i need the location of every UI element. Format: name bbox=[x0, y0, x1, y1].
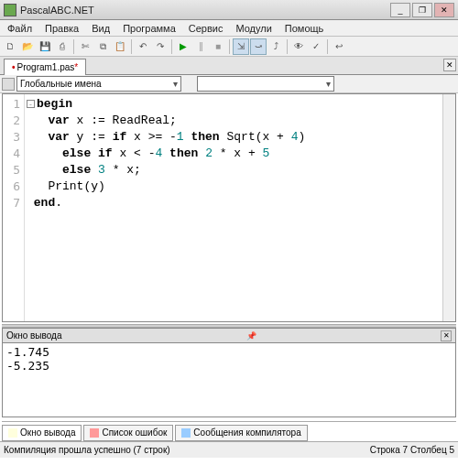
navigation-bar: Глобальные имена bbox=[0, 75, 458, 93]
errors-tab-icon bbox=[90, 428, 99, 438]
line-number: 5 bbox=[3, 162, 20, 178]
menu-service[interactable]: Сервис bbox=[183, 22, 229, 35]
modified-indicator-icon: * bbox=[74, 62, 78, 72]
paste-icon[interactable]: 📋 bbox=[112, 38, 128, 55]
tab-label: Program1.pas bbox=[17, 62, 75, 72]
output-line: -1.745 bbox=[6, 345, 49, 359]
output-tab-icon bbox=[8, 428, 17, 438]
tab-program1[interactable]: • Program1.pas * bbox=[4, 59, 86, 75]
toolbar-separator bbox=[327, 39, 328, 54]
scope-combo-label: Глобальные имена bbox=[20, 79, 102, 89]
tab-errors-label: Список ошибок bbox=[102, 427, 167, 438]
tab-errors[interactable]: Список ошибок bbox=[83, 425, 173, 441]
toolbar-separator bbox=[171, 39, 172, 54]
copy-icon[interactable]: ⧉ bbox=[94, 38, 111, 55]
line-number: 4 bbox=[3, 146, 20, 162]
app-icon bbox=[4, 4, 16, 16]
undo-icon[interactable]: ↶ bbox=[135, 38, 151, 55]
close-button[interactable]: ✕ bbox=[434, 3, 454, 17]
status-bar: Компиляция прошла успешно (7 строк) Стро… bbox=[0, 441, 458, 458]
code-editor[interactable]: -begin var x := ReadReal; var y := if x … bbox=[25, 94, 455, 321]
line-number: 1 bbox=[3, 96, 20, 113]
menu-modules[interactable]: Модули bbox=[230, 22, 277, 35]
step-out-icon[interactable]: ⤴ bbox=[267, 38, 284, 55]
tab-close-icon[interactable]: ✕ bbox=[443, 59, 456, 71]
menu-program[interactable]: Программа bbox=[117, 22, 181, 35]
step-into-icon[interactable]: ⇲ bbox=[233, 38, 249, 55]
menu-edit[interactable]: Правка bbox=[39, 22, 84, 35]
toolbar-separator bbox=[287, 39, 288, 54]
toolbar-separator bbox=[229, 39, 230, 54]
messages-tab-icon bbox=[181, 428, 191, 438]
modified-indicator-icon: • bbox=[12, 62, 16, 72]
watch-icon[interactable]: 👁 bbox=[290, 38, 307, 55]
open-file-icon[interactable]: 📂 bbox=[19, 38, 36, 55]
window-title: PascalABC.NET bbox=[20, 5, 390, 16]
scope-combo[interactable]: Глобальные имена bbox=[16, 76, 181, 92]
status-compile: Компиляция прошла успешно (7 строк) bbox=[4, 445, 170, 455]
maximize-button[interactable]: ❐ bbox=[412, 3, 432, 17]
toolbar-separator bbox=[73, 39, 74, 54]
main-split: 1 2 3 4 5 6 7 -begin var x := ReadReal; … bbox=[0, 93, 458, 476]
menu-help[interactable]: Помощь bbox=[279, 22, 330, 35]
save-all-icon[interactable]: ⎙ bbox=[54, 38, 71, 55]
tab-output-label: Окно вывода bbox=[20, 427, 75, 438]
run-icon[interactable]: ▶ bbox=[175, 38, 191, 55]
test-icon[interactable]: ✓ bbox=[308, 38, 324, 55]
tab-messages-label: Сообщения компилятора bbox=[193, 427, 300, 438]
editor-pane: 1 2 3 4 5 6 7 -begin var x := ReadReal; … bbox=[2, 93, 456, 322]
new-file-icon[interactable]: 🗋 bbox=[2, 38, 18, 55]
toolbar: 🗋 📂 💾 ⎙ ✄ ⧉ 📋 ↶ ↷ ▶ ‖ ■ ⇲ ⤻ ⤴ 👁 ✓ ↩ bbox=[0, 37, 458, 57]
line-number: 7 bbox=[3, 195, 20, 211]
tab-output[interactable]: Окно вывода bbox=[2, 425, 82, 441]
members-combo[interactable] bbox=[197, 76, 334, 92]
tab-strip: • Program1.pas * ✕ bbox=[0, 57, 458, 75]
fold-icon[interactable]: - bbox=[27, 100, 35, 108]
line-gutter: 1 2 3 4 5 6 7 bbox=[3, 94, 25, 321]
tab-messages[interactable]: Сообщения компилятора bbox=[175, 425, 307, 441]
line-number: 6 bbox=[3, 178, 20, 195]
scope-icon bbox=[2, 78, 15, 91]
pin-icon[interactable]: 📌 bbox=[246, 331, 256, 341]
cut-icon[interactable]: ✄ bbox=[77, 38, 93, 55]
output-title-label: Окно вывода bbox=[6, 330, 61, 341]
minimize-button[interactable]: _ bbox=[390, 3, 410, 17]
save-icon[interactable]: 💾 bbox=[37, 38, 53, 55]
title-bar: PascalABC.NET _ ❐ ✕ bbox=[0, 0, 458, 20]
output-line: -5.235 bbox=[6, 359, 49, 373]
bottom-tab-strip: Окно вывода Список ошибок Сообщения комп… bbox=[2, 421, 456, 441]
menu-file[interactable]: Файл bbox=[2, 22, 38, 35]
status-cursor: Строка 7 Столбец 5 bbox=[370, 445, 454, 455]
line-number: 3 bbox=[3, 129, 20, 146]
editor-scrollbar[interactable] bbox=[442, 94, 455, 321]
menu-view[interactable]: Вид bbox=[86, 22, 115, 35]
window-controls: _ ❐ ✕ bbox=[390, 3, 454, 17]
step-over-icon[interactable]: ⤻ bbox=[250, 38, 267, 55]
menu-bar: Файл Правка Вид Программа Сервис Модули … bbox=[0, 20, 458, 37]
output-close-icon[interactable]: ✕ bbox=[441, 330, 452, 341]
output-pane[interactable]: -1.745 -5.235 bbox=[2, 342, 456, 417]
pause-icon[interactable]: ‖ bbox=[192, 38, 209, 55]
output-title-bar: Окно вывода 📌 ✕ bbox=[2, 328, 456, 342]
wrap-icon[interactable]: ↩ bbox=[331, 38, 347, 55]
line-number: 2 bbox=[3, 113, 20, 129]
toolbar-separator bbox=[131, 39, 132, 54]
stop-icon[interactable]: ■ bbox=[210, 38, 226, 55]
redo-icon[interactable]: ↷ bbox=[152, 38, 169, 55]
